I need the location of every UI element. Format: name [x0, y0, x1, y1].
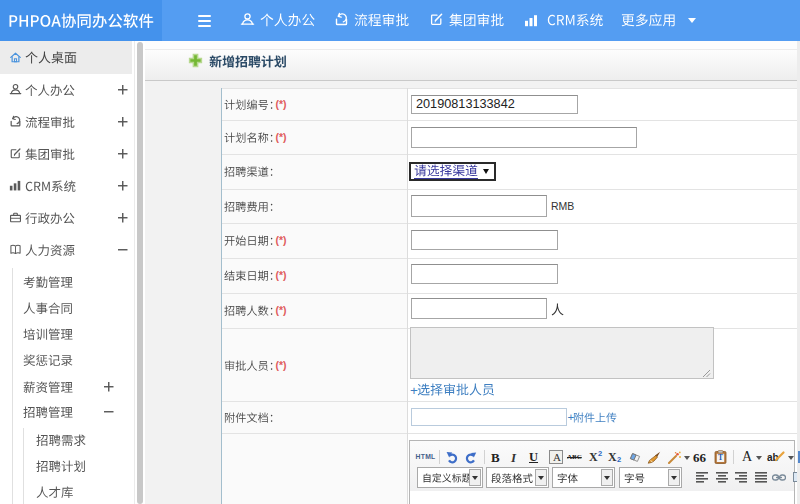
- svg-text:T: T: [718, 453, 723, 462]
